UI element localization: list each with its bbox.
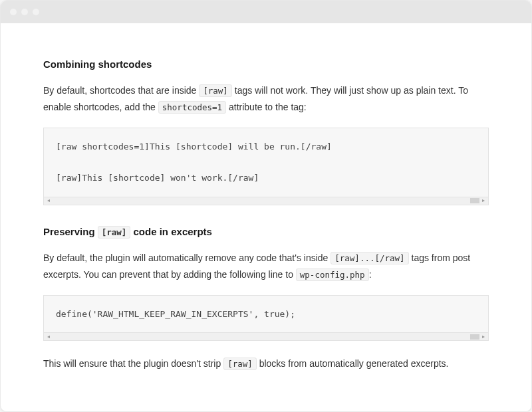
scrollbar-track[interactable] — [53, 198, 479, 203]
scroll-left-icon[interactable]: ◂ — [45, 198, 52, 203]
zoom-icon[interactable] — [33, 9, 39, 15]
text: code in excerpts — [130, 226, 212, 237]
window-frame: Combining shortcodes By default, shortco… — [0, 0, 532, 412]
text: Preserving — [43, 226, 98, 237]
scroll-left-icon[interactable]: ◂ — [45, 334, 52, 340]
text: blocks from automatically generated exce… — [257, 358, 449, 369]
section-preserving-excerpts: Preserving [raw] code in excerpts By def… — [43, 223, 489, 373]
text: : — [369, 269, 372, 280]
heading-preserving-excerpts: Preserving [raw] code in excerpts — [43, 223, 489, 241]
text: attribute to the tag: — [226, 102, 307, 112]
document-body: Combining shortcodes By default, shortco… — [1, 23, 531, 411]
titlebar — [1, 1, 531, 23]
heading-combining-shortcodes: Combining shortcodes — [43, 55, 489, 73]
paragraph-combining-intro: By default, shortcodes that are inside [… — [43, 82, 489, 116]
scroll-right-icon[interactable]: ▸ — [480, 198, 487, 203]
close-icon[interactable] — [10, 9, 17, 15]
inline-code-raw-note: [raw] — [223, 358, 257, 370]
code-shortcodes-example[interactable]: [raw shortcodes=1]This [shortcode] will … — [43, 128, 489, 197]
scrollbar-thumb[interactable] — [470, 198, 479, 203]
horizontal-scrollbar[interactable]: ◂ ▸ — [43, 197, 489, 205]
paragraph-excerpts-intro: By default, the plugin will automaticall… — [43, 250, 489, 283]
text: By default, the plugin will automaticall… — [43, 253, 331, 263]
section-combining-shortcodes: Combining shortcodes By default, shortco… — [43, 55, 489, 205]
horizontal-scrollbar[interactable]: ◂ ▸ — [43, 333, 489, 341]
codeblock-shortcodes-example: [raw shortcodes=1]This [shortcode] will … — [43, 128, 489, 205]
inline-code-shortcodes-attr: shortcodes=1 — [158, 101, 226, 114]
inline-code-raw-range: [raw]...[/raw] — [331, 252, 408, 264]
inline-code-wp-config: wp-config.php — [296, 268, 369, 281]
code-define-constant[interactable]: define('RAW_HTML_KEEP_RAW_IN_EXCERPTS', … — [43, 295, 489, 333]
minimize-icon[interactable] — [21, 9, 28, 15]
inline-code-raw-tag: [raw] — [199, 84, 232, 97]
inline-code-raw-heading: [raw] — [98, 226, 131, 239]
codeblock-define-constant: define('RAW_HTML_KEEP_RAW_IN_EXCERPTS', … — [43, 295, 489, 341]
scroll-right-icon[interactable]: ▸ — [480, 334, 487, 340]
paragraph-excerpts-note: This will ensure that the plugin doesn't… — [43, 356, 489, 372]
traffic-lights — [10, 9, 39, 15]
text: This will ensure that the plugin doesn't… — [43, 358, 223, 369]
text: By default, shortcodes that are inside — [43, 85, 199, 96]
scrollbar-thumb[interactable] — [470, 334, 479, 340]
scrollbar-track[interactable] — [53, 334, 479, 340]
